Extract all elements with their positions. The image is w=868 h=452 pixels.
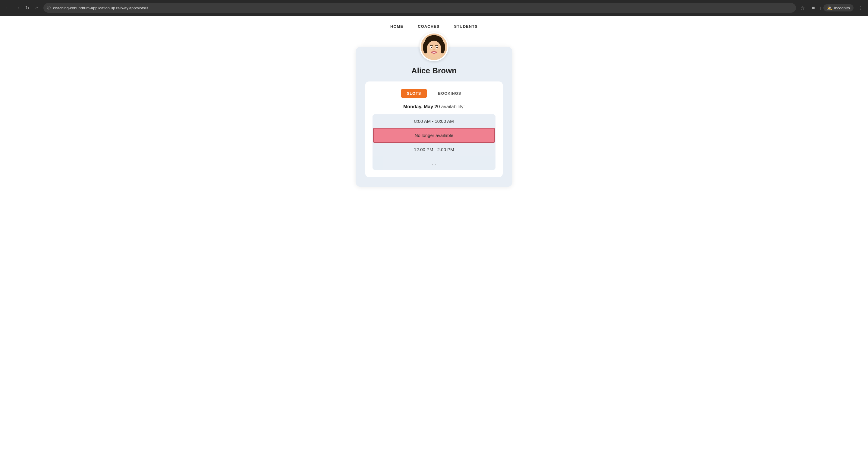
security-icon: ⓘ xyxy=(47,5,51,10)
url-text: coaching-conundrum-application.up.railwa… xyxy=(53,6,148,10)
separator: | xyxy=(820,6,821,10)
menu-button[interactable]: ⋮ xyxy=(856,4,864,12)
svg-point-8 xyxy=(436,47,438,48)
nav-bar: HOME COACHES STUDENTS xyxy=(0,16,868,35)
incognito-badge: 🕵 Incognito xyxy=(824,4,854,11)
extensions-button[interactable]: ■ xyxy=(809,4,818,12)
coach-name: Alice Brown xyxy=(365,66,503,76)
bookmark-button[interactable]: ☆ xyxy=(798,4,807,12)
slot-partial: ... xyxy=(373,156,495,170)
nav-buttons: ← → ↻ ⌂ xyxy=(4,4,41,12)
slot-time-1: 8:00 AM - 10:00 AM xyxy=(414,119,454,124)
svg-point-9 xyxy=(433,49,435,50)
nav-students[interactable]: STUDENTS xyxy=(454,24,478,29)
browser-chrome: ← → ↻ ⌂ ⓘ coaching-conundrum-application… xyxy=(0,0,868,16)
coach-card: Alice Brown SLOTS BOOKINGS Monday, May 2… xyxy=(355,47,513,187)
slot-unavailable[interactable]: No longer available xyxy=(373,128,495,143)
tab-buttons: SLOTS BOOKINGS xyxy=(373,89,495,98)
browser-actions: ☆ ■ | 🕵 Incognito ⋮ xyxy=(798,4,864,12)
forward-button[interactable]: → xyxy=(13,4,22,12)
page-content: HOME COACHES STUDENTS xyxy=(0,16,868,452)
slot-item-3: 12:00 PM - 2:00 PM xyxy=(373,143,495,156)
nav-home[interactable]: HOME xyxy=(390,24,403,29)
address-bar-container: ⓘ coaching-conundrum-application.up.rail… xyxy=(43,3,796,13)
home-button[interactable]: ⌂ xyxy=(33,4,41,12)
tab-bookings[interactable]: BOOKINGS xyxy=(432,89,467,98)
tab-slots[interactable]: SLOTS xyxy=(401,89,427,98)
slot-unavailable-label: No longer available xyxy=(415,133,453,138)
slots-list: 8:00 AM - 10:00 AM No longer available 1… xyxy=(373,114,495,170)
svg-point-4 xyxy=(427,41,441,57)
coach-card-wrapper: Alice Brown SLOTS BOOKINGS Monday, May 2… xyxy=(355,47,513,187)
incognito-label: Incognito xyxy=(834,6,850,10)
coach-avatar-container xyxy=(420,32,448,61)
availability-header: Monday, May 20 availability: xyxy=(373,104,495,110)
inner-card: SLOTS BOOKINGS Monday, May 20 availabili… xyxy=(365,82,503,177)
slot-time-3: 12:00 PM - 2:00 PM xyxy=(414,147,454,152)
address-bar[interactable]: ⓘ coaching-conundrum-application.up.rail… xyxy=(43,3,796,13)
back-button[interactable]: ← xyxy=(4,4,12,12)
avatar xyxy=(420,32,448,61)
incognito-icon: 🕵 xyxy=(827,5,832,10)
reload-button[interactable]: ↻ xyxy=(23,4,31,12)
slot-item-1: 8:00 AM - 10:00 AM xyxy=(373,114,495,128)
availability-day: Monday, May 20 xyxy=(403,104,440,109)
availability-suffix: availability: xyxy=(440,104,465,109)
nav-coaches[interactable]: COACHES xyxy=(418,24,439,29)
slot-time-partial: ... xyxy=(432,161,436,166)
svg-point-7 xyxy=(431,47,432,48)
